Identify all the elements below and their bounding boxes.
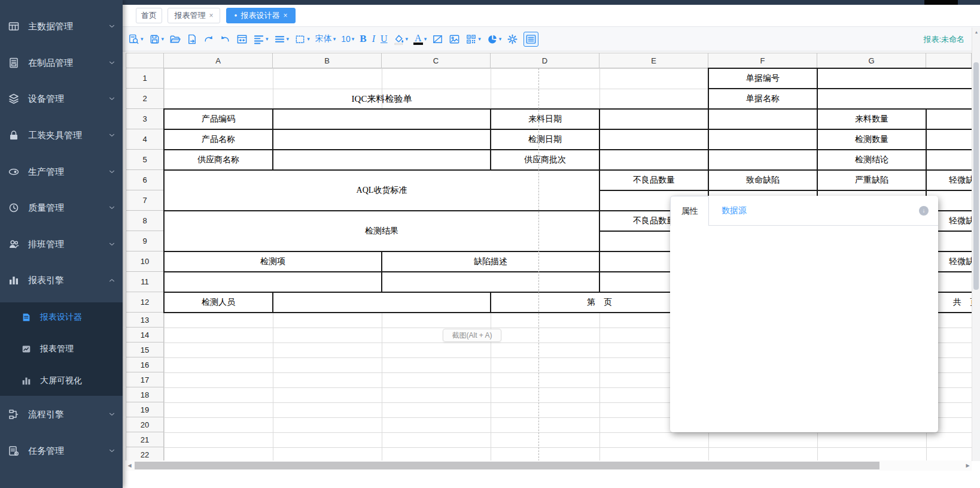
sheet-cell-r2c6[interactable]	[817, 88, 972, 110]
row-header-17[interactable]: 17	[126, 372, 164, 387]
sheet-cell-r4c4[interactable]	[599, 129, 709, 150]
row-header-16[interactable]: 16	[126, 357, 164, 372]
sheet-cell-r1c6[interactable]	[817, 68, 972, 89]
sidebar-item-质量管理[interactable]: 质量管理	[0, 199, 123, 217]
save-icon[interactable]: ▾	[149, 34, 165, 45]
sheet-cell-r10c0[interactable]: 检测项	[163, 251, 382, 272]
row-header-10[interactable]: 10	[126, 251, 164, 272]
sidebar-item-在制品管理[interactable]: 在制品管理	[0, 54, 123, 72]
sheet-cell-r5c5[interactable]	[708, 149, 818, 171]
horizontal-scrollbar[interactable]: ◀ ▶	[126, 460, 972, 471]
sheet-cell-r12c1[interactable]	[272, 292, 491, 313]
row-header-5[interactable]: 5	[126, 150, 164, 170]
sheet-cell-r6c7[interactable]: 轻微缺陷	[926, 169, 972, 191]
row-header-14[interactable]: 14	[126, 328, 164, 342]
sidebar-item-任务管理[interactable]: 任务管理	[0, 442, 123, 460]
qrcode-icon[interactable]: ▾	[465, 34, 481, 45]
sidebar-item-设备管理[interactable]: 设备管理	[0, 90, 123, 108]
sheet-cell-r4c1[interactable]	[272, 129, 491, 150]
scroll-left-icon[interactable]: ◀	[126, 460, 133, 471]
sheet-cell-r12c0[interactable]: 检测人员	[163, 292, 273, 313]
clear-diagonal-icon[interactable]	[432, 34, 443, 45]
sheet-cell-r5c7[interactable]	[926, 149, 972, 171]
sheet-cell-r3c0[interactable]: 产品编码	[163, 108, 273, 130]
column-header-A[interactable]: A	[164, 53, 273, 68]
sheet-cell-r5c1[interactable]	[272, 149, 491, 171]
undo-icon[interactable]	[220, 34, 231, 45]
panel-tab-数据源[interactable]: 数据源	[717, 196, 751, 226]
sheet-cell-r6c5[interactable]: 致命缺陷	[708, 169, 818, 191]
column-header-F[interactable]: F	[708, 53, 817, 68]
circle-arrow-down-icon[interactable]: ↓	[919, 206, 929, 216]
row-header-3[interactable]: 3	[126, 109, 164, 129]
sheet-cell-r10c2[interactable]: 缺陷描述	[381, 251, 600, 272]
row-header-13[interactable]: 13	[126, 313, 164, 328]
row-header-11[interactable]: 11	[126, 272, 164, 292]
column-header-partial[interactable]	[926, 53, 972, 68]
close-icon[interactable]: ×	[209, 11, 213, 20]
sheet-cell-r6c4[interactable]: 不良品数量	[599, 169, 709, 191]
row-header-6[interactable]: 6	[126, 170, 164, 190]
spreadsheet-grid[interactable]: ABCDEFG123456789101112131415161718192021…	[126, 53, 972, 461]
row-header-20[interactable]: 20	[126, 417, 164, 432]
sidebar-subitem-报表设计器[interactable]: 报表设计器	[0, 308, 123, 326]
tab-报表管理[interactable]: 报表管理×	[168, 8, 220, 23]
italic-button[interactable]: I	[372, 34, 375, 44]
sheet-cell-r6c6[interactable]: 严重缺陷	[817, 169, 927, 191]
sheet-cell-r3c4[interactable]	[599, 108, 709, 130]
scroll-up-icon[interactable]: ▲	[972, 28, 980, 36]
font-color-button[interactable]: A▾	[413, 34, 427, 45]
column-header-D[interactable]: D	[491, 53, 599, 68]
bold-button[interactable]: B	[360, 33, 366, 45]
sheet-cell-r1c5[interactable]: 单据编号	[708, 68, 818, 89]
row-header-12[interactable]: 12	[126, 292, 164, 313]
settings-icon[interactable]	[507, 34, 518, 45]
scroll-right-icon[interactable]: ▶	[964, 460, 972, 471]
row-header-21[interactable]: 21	[126, 432, 164, 447]
panel-tab-属性[interactable]: 属性	[670, 196, 709, 226]
sheet-cell-r8c0[interactable]: 检测结果	[163, 210, 600, 252]
sheet-cell-r3c6[interactable]: 来料数量	[817, 108, 927, 130]
sheet-cell-r4c5[interactable]	[708, 129, 818, 150]
row-header-9[interactable]: 9	[126, 231, 164, 251]
sheet-cell-r4c3[interactable]: 检测日期	[490, 129, 600, 150]
open-icon[interactable]	[169, 34, 181, 45]
align-icon[interactable]: ▾	[253, 34, 269, 45]
sheet-cell-r5c6[interactable]: 检测结论	[817, 149, 927, 171]
sheet-cell-r6c0[interactable]: AQL收货标准	[163, 169, 600, 211]
sheet-cell-r11c2[interactable]	[381, 271, 600, 293]
borders-icon[interactable]: ▾	[294, 34, 310, 45]
row-header-2[interactable]: 2	[126, 89, 164, 109]
row-header-1[interactable]: 1	[126, 68, 164, 89]
column-header-B[interactable]: B	[273, 53, 382, 68]
vertical-scroll-thumb[interactable]	[973, 62, 979, 290]
line-style-icon[interactable]: ▾	[274, 34, 290, 45]
sheet-cell-r4c7[interactable]	[926, 129, 972, 150]
close-icon[interactable]: ×	[283, 11, 287, 20]
sheet-cell-r5c3[interactable]: 供应商批次	[490, 149, 600, 171]
vertical-scrollbar[interactable]: ▲	[972, 28, 980, 461]
row-header-18[interactable]: 18	[126, 387, 164, 402]
fill-color-icon[interactable]: ▾	[393, 34, 409, 45]
underline-button[interactable]: U	[381, 34, 388, 44]
merge-cells-icon[interactable]	[236, 34, 248, 45]
sheet-cell-r2c5[interactable]: 单据名称	[708, 88, 818, 110]
sheet-cell-r3c3[interactable]: 来料日期	[490, 108, 600, 130]
sheet-cell-r3c7[interactable]	[926, 108, 972, 130]
font-family-select[interactable]: 宋体▾	[315, 34, 336, 44]
row-header-7[interactable]: 7	[126, 190, 164, 211]
preview-icon[interactable]: ▾	[128, 34, 144, 45]
row-header-15[interactable]: 15	[126, 342, 164, 357]
sheet-cell-r4c0[interactable]: 产品名称	[163, 129, 273, 150]
row-header-19[interactable]: 19	[126, 402, 164, 417]
chart-icon[interactable]: ▾	[486, 34, 502, 45]
sidebar-item-主数据管理[interactable]: 主数据管理	[0, 17, 123, 35]
column-header-E[interactable]: E	[599, 53, 708, 68]
column-header-C[interactable]: C	[382, 53, 491, 68]
image-icon[interactable]	[449, 34, 460, 45]
sidebar-item-生产管理[interactable]: 生产管理	[0, 163, 123, 181]
sidebar-item-排班管理[interactable]: 排班管理	[0, 235, 123, 253]
export-icon[interactable]	[186, 34, 197, 45]
row-header-22[interactable]: 22	[126, 447, 164, 461]
sidebar-item-报表引擎[interactable]: 报表引擎	[0, 271, 123, 289]
